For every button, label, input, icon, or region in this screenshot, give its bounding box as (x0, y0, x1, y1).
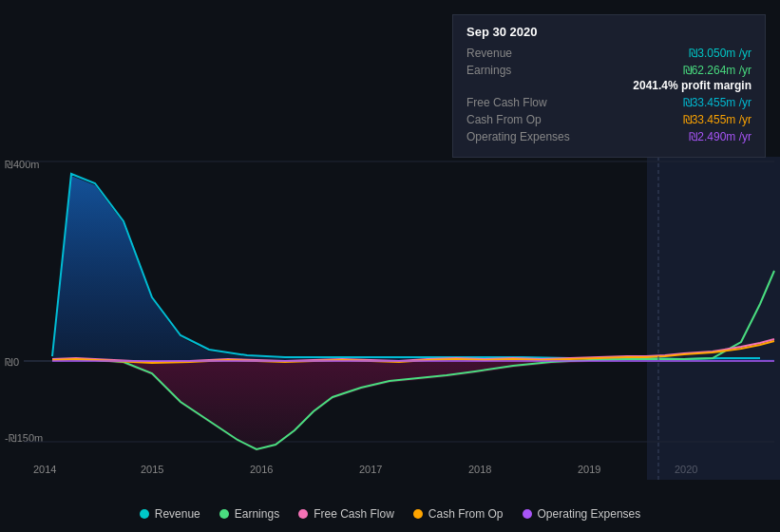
tooltip-profit-margin-row: 2041.4% profit margin (466, 79, 751, 92)
tooltip-opex-value: ₪2.490m /yr (689, 130, 751, 143)
tooltip-earnings-value: ₪62.264m /yr (683, 64, 751, 77)
legend-item-opex[interactable]: Operating Expenses (523, 507, 641, 521)
legend-item-earnings[interactable]: Earnings (219, 507, 279, 521)
tooltip-revenue-label: Revenue (466, 47, 512, 60)
legend-dot-revenue (140, 509, 149, 519)
legend-label-opex: Operating Expenses (538, 507, 641, 521)
chart-svg (0, 157, 780, 480)
legend-dot-earnings (219, 509, 229, 519)
tooltip-cfo-row: Cash From Op ₪33.455m /yr (466, 113, 751, 126)
tooltip-earnings-label: Earnings (466, 64, 511, 77)
legend-item-revenue[interactable]: Revenue (140, 507, 200, 521)
earnings-negative-area (52, 361, 774, 451)
legend-item-fcf[interactable]: Free Cash Flow (298, 507, 394, 521)
legend-item-cfo[interactable]: Cash From Op (413, 507, 504, 521)
tooltip-cfo-value: ₪33.455m /yr (683, 113, 751, 126)
legend-dot-cfo (413, 509, 423, 519)
tooltip-fcf-row: Free Cash Flow ₪33.455m /yr (466, 96, 751, 109)
tooltip-opex-row: Operating Expenses ₪2.490m /yr (466, 130, 751, 143)
legend-label-fcf: Free Cash Flow (314, 507, 394, 521)
tooltip-fcf-label: Free Cash Flow (466, 96, 547, 109)
tooltip-profit-margin-value: 2041.4% profit margin (633, 79, 751, 92)
tooltip-opex-label: Operating Expenses (466, 130, 570, 143)
tooltip-cfo-label: Cash From Op (466, 113, 542, 126)
legend-label-cfo: Cash From Op (428, 507, 504, 521)
legend-label-earnings: Earnings (235, 507, 279, 521)
legend-dot-opex (523, 509, 532, 519)
tooltip-revenue-row: Revenue ₪3.050m /yr (466, 47, 751, 60)
tooltip-earnings-row: Earnings ₪62.264m /yr (466, 64, 751, 77)
tooltip-box: Sep 30 2020 Revenue ₪3.050m /yr Earnings… (452, 14, 766, 158)
legend-label-revenue: Revenue (155, 507, 200, 521)
tooltip-fcf-value: ₪33.455m /yr (683, 96, 751, 109)
legend: Revenue Earnings Free Cash Flow Cash Fro… (0, 507, 780, 521)
tooltip-revenue-value: ₪3.050m /yr (689, 47, 751, 60)
legend-dot-fcf (298, 509, 308, 519)
tooltip-title: Sep 30 2020 (466, 25, 751, 39)
chart-container: Sep 30 2020 Revenue ₪3.050m /yr Earnings… (0, 0, 780, 532)
revenue-area (52, 176, 774, 361)
